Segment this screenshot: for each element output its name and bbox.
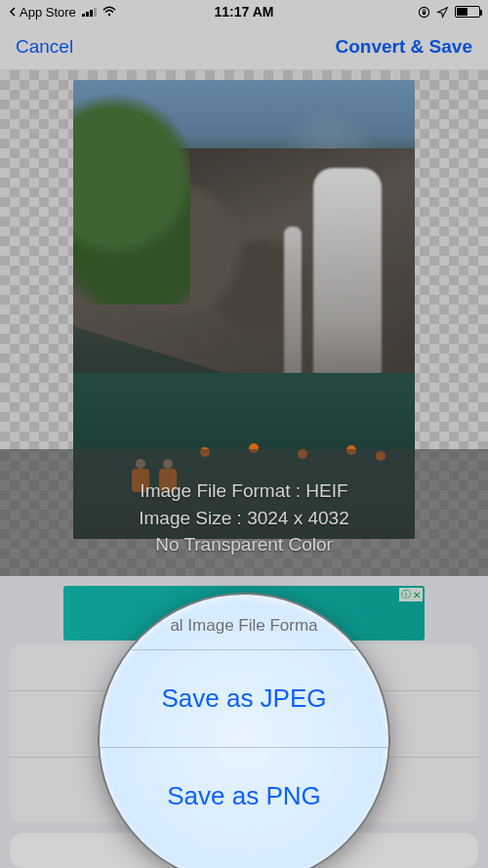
- magnifier-option-png[interactable]: Save as PNG: [100, 748, 388, 845]
- nav-bar: Cancel Convert & Save: [0, 23, 488, 70]
- ad-info-icon: ⓘ: [401, 588, 411, 601]
- image-format-line: Image File Format : HEIF: [0, 477, 488, 505]
- magnifier-option-jpeg[interactable]: Save as JPEG: [100, 650, 388, 747]
- convert-save-button[interactable]: Convert & Save: [336, 36, 472, 58]
- ad-badge[interactable]: ⓘ ✕: [399, 588, 423, 601]
- cancel-button[interactable]: Cancel: [16, 36, 73, 58]
- image-transparency-line: No Transparent Color: [0, 531, 488, 558]
- battery-icon: [455, 6, 480, 18]
- image-size-line: Image Size : 3024 x 4032: [0, 505, 488, 532]
- app-screen: App Store 11:17 AM Cancel Convert & S: [0, 0, 488, 868]
- status-time: 11:17 AM: [0, 4, 488, 20]
- ad-close-icon[interactable]: ✕: [413, 590, 421, 600]
- magnifier-highlight: al Image File Forma Save as JPEG Save as…: [98, 593, 390, 868]
- image-preview-area: Image File Format : HEIF Image Size : 30…: [0, 70, 488, 576]
- image-info: Image File Format : HEIF Image Size : 30…: [0, 477, 488, 558]
- status-bar: App Store 11:17 AM: [0, 0, 488, 23]
